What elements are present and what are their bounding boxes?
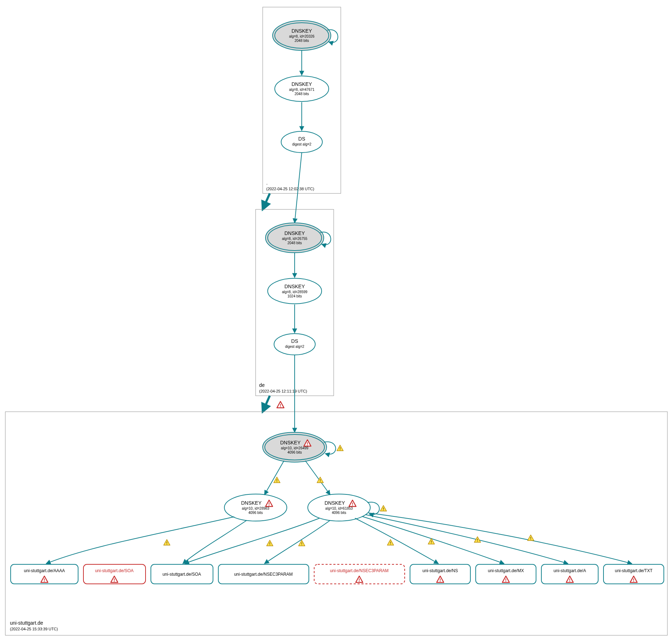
edge-leaf-ksk-zsk2 <box>305 461 330 495</box>
svg-text:uni-stuttgart.de/TXT: uni-stuttgart.de/TXT <box>615 568 653 573</box>
warning-icon <box>474 537 481 542</box>
svg-text:alg=8, id=28599: alg=8, id=28599 <box>282 290 307 294</box>
node-leaf-ksk: DNSKEY alg=10, id=26499 4096 bits <box>263 432 327 462</box>
svg-text:uni-stuttgart.de/AAAA: uni-stuttgart.de/AAAA <box>24 568 65 573</box>
zone-root-ts: (2022-04-25 12:02:38 UTC) <box>266 187 314 191</box>
edge-zsk2-n3p <box>264 520 330 564</box>
svg-text:alg=8, id=26755: alg=8, id=26755 <box>282 237 307 241</box>
warning-icon <box>267 540 273 546</box>
svg-text:alg=10, id=61853: alg=10, id=61853 <box>325 506 353 510</box>
svg-text:2048 bits: 2048 bits <box>288 241 302 245</box>
edge-zsk2-txt <box>368 513 632 564</box>
delegation-root-de <box>263 193 270 209</box>
svg-text:uni-stuttgart.de/NSEC3PARAM: uni-stuttgart.de/NSEC3PARAM <box>234 572 293 577</box>
dnssec-auth-graph: ! ! . (2022-04-25 12:02:38 UTC) DNSKEY a… <box>0 0 672 641</box>
node-root-ksk: DNSKEY alg=8, id=20326 2048 bits <box>273 21 331 50</box>
edge-zsk2-a <box>366 515 568 564</box>
svg-text:alg=10, id=28983: alg=10, id=28983 <box>242 506 269 510</box>
warning-icon <box>387 539 394 545</box>
rrset-soa-teal: uni-stuttgart.de/SOA <box>151 564 213 584</box>
rrset-a: uni-stuttgart.de/A <box>541 564 598 584</box>
rrset-ns: uni-stuttgart.de/NS <box>410 564 470 584</box>
delegation-de-leaf <box>263 396 270 412</box>
svg-text:alg=10, id=26499: alg=10, id=26499 <box>281 446 308 450</box>
rrset-nsec3param-dashed: uni-stuttgart.de/NSEC3PARAM <box>314 564 405 584</box>
svg-text:DNSKEY: DNSKEY <box>284 284 305 289</box>
warning-icon <box>380 505 387 511</box>
zone-de-ts: (2022-04-25 12:11:19 UTC) <box>259 389 307 393</box>
edge-leaf-ksk-zsk1 <box>264 461 284 495</box>
svg-text:2048 bits: 2048 bits <box>295 39 309 43</box>
node-de-zsk: DNSKEY alg=8, id=28599 1024 bits <box>268 278 322 304</box>
zone-leaf-box <box>5 412 667 635</box>
svg-text:DNSKEY: DNSKEY <box>291 28 312 34</box>
edge-zsk2-ns <box>355 518 438 564</box>
zone-de-name: de <box>259 382 265 388</box>
warning-icon <box>528 535 534 541</box>
warning-icon <box>164 539 170 545</box>
svg-text:uni-stuttgart.de/NSEC3PARAM: uni-stuttgart.de/NSEC3PARAM <box>330 568 388 573</box>
error-icon <box>277 401 284 408</box>
rrset-mx: uni-stuttgart.de/MX <box>476 564 536 584</box>
svg-text:4096 bits: 4096 bits <box>288 450 302 454</box>
svg-text:digest alg=2: digest alg=2 <box>285 345 305 349</box>
edge-zsk1-aaaa <box>46 517 234 564</box>
svg-text:uni-stuttgart.de/SOA: uni-stuttgart.de/SOA <box>163 572 201 577</box>
svg-text:alg=8, id=20326: alg=8, id=20326 <box>289 34 315 38</box>
svg-text:DNSKEY: DNSKEY <box>284 230 305 236</box>
warning-icon <box>337 445 343 451</box>
svg-text:DNSKEY: DNSKEY <box>324 500 345 506</box>
svg-text:uni-stuttgart.de/SOA: uni-stuttgart.de/SOA <box>95 568 134 573</box>
svg-point-11 <box>281 131 322 153</box>
warning-icon <box>274 477 280 483</box>
node-root-ds: DS digest alg=2 <box>281 131 322 153</box>
rrset-soa-red: uni-stuttgart.de/SOA <box>83 564 146 584</box>
zone-leaf-ts: (2022-04-25 15:33:39 UTC) <box>10 627 58 631</box>
svg-text:DNSKEY: DNSKEY <box>291 81 312 87</box>
svg-text:DS: DS <box>291 338 298 344</box>
svg-text:uni-stuttgart.de/NS: uni-stuttgart.de/NS <box>422 568 458 573</box>
svg-text:4096 bits: 4096 bits <box>332 511 346 515</box>
edge-zsk2-mx <box>362 516 504 564</box>
node-de-ds: DS digest alg=2 <box>274 334 315 355</box>
node-leaf-zsk2: DNSKEY alg=10, id=61853 4096 bits <box>308 494 370 521</box>
zone-leaf-name: uni-stuttgart.de <box>10 620 43 626</box>
svg-text:alg=8, id=47671: alg=8, id=47671 <box>289 88 315 92</box>
svg-point-23 <box>274 334 315 355</box>
edge-zsk1-soa <box>183 520 247 564</box>
rrset-nsec3param-teal: uni-stuttgart.de/NSEC3PARAM <box>218 564 309 584</box>
svg-text:2048 bits: 2048 bits <box>295 92 309 96</box>
svg-text:uni-stuttgart.de/A: uni-stuttgart.de/A <box>553 568 586 573</box>
rrset-txt: uni-stuttgart.de/TXT <box>603 564 664 584</box>
svg-text:uni-stuttgart.de/MX: uni-stuttgart.de/MX <box>488 568 524 573</box>
node-root-zsk: DNSKEY alg=8, id=47671 2048 bits <box>275 76 329 102</box>
svg-text:4096 bits: 4096 bits <box>248 511 263 515</box>
svg-text:DS: DS <box>298 136 305 142</box>
svg-text:DNSKEY: DNSKEY <box>241 500 262 506</box>
rrset-aaaa: uni-stuttgart.de/AAAA <box>11 564 78 584</box>
svg-text:digest alg=2: digest alg=2 <box>292 142 312 146</box>
svg-text:DNSKEY: DNSKEY <box>280 440 301 445</box>
zone-root-name: . <box>266 180 268 186</box>
node-de-ksk: DNSKEY alg=8, id=26755 2048 bits <box>266 223 324 253</box>
svg-text:1024 bits: 1024 bits <box>288 294 302 298</box>
